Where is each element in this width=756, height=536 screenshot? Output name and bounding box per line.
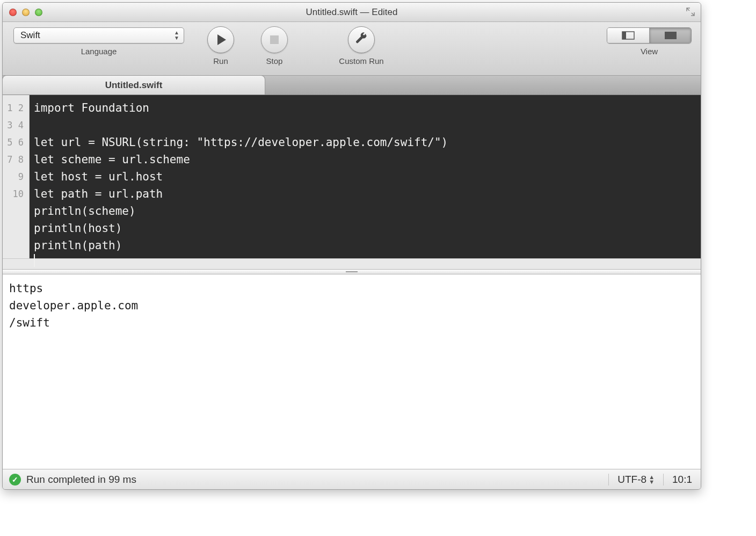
play-icon bbox=[217, 34, 226, 45]
wrench-icon bbox=[354, 32, 368, 48]
stop-group: Stop bbox=[246, 26, 302, 66]
tab-label: Untitled.swift bbox=[105, 80, 163, 91]
encoding-selector[interactable]: UTF-8 ▲▼ bbox=[608, 474, 663, 486]
success-icon: ✓ bbox=[9, 474, 21, 486]
editor: 1 2 3 4 5 6 7 8 9 10 import Foundation l… bbox=[3, 95, 701, 258]
run-label: Run bbox=[213, 56, 228, 66]
custom-run-button[interactable] bbox=[348, 26, 375, 53]
language-value: Swift bbox=[20, 30, 40, 41]
code-text: import Foundation let url = NSURL(string… bbox=[34, 102, 448, 252]
run-button[interactable] bbox=[207, 26, 234, 53]
output-panel[interactable]: https developer.apple.com /swift bbox=[3, 274, 701, 469]
language-label: Language bbox=[81, 47, 117, 56]
editor-padding bbox=[3, 258, 701, 269]
view-single-button[interactable] bbox=[649, 28, 691, 43]
grip-icon bbox=[346, 271, 358, 272]
stop-label: Stop bbox=[266, 56, 283, 66]
close-window-button[interactable] bbox=[9, 9, 17, 16]
text-cursor bbox=[34, 254, 35, 267]
line-number-gutter: 1 2 3 4 5 6 7 8 9 10 bbox=[3, 95, 30, 258]
minimize-window-button[interactable] bbox=[22, 9, 30, 16]
split-handle[interactable] bbox=[3, 269, 701, 274]
custom-run-group: Custom Run bbox=[302, 26, 420, 66]
window-controls bbox=[3, 9, 42, 16]
toolbar: Swift ▲▼ Language Run Stop Custom Run bbox=[3, 22, 701, 76]
window-title: Untitled.swift — Edited bbox=[3, 7, 701, 18]
dropdown-arrows-icon: ▲▼ bbox=[649, 475, 655, 484]
cursor-value: 10:1 bbox=[672, 474, 692, 486]
tab-untitled[interactable]: Untitled.swift bbox=[2, 75, 265, 95]
zoom-window-button[interactable] bbox=[35, 9, 42, 16]
svg-rect-2 bbox=[665, 32, 677, 39]
view-split-button[interactable] bbox=[607, 28, 649, 43]
view-label: View bbox=[641, 47, 658, 56]
encoding-value: UTF-8 bbox=[617, 474, 646, 486]
view-segmented bbox=[607, 27, 692, 44]
fullscreen-icon[interactable] bbox=[686, 7, 695, 17]
language-group: Swift ▲▼ Language bbox=[3, 26, 195, 56]
stop-icon bbox=[270, 35, 279, 44]
custom-run-label: Custom Run bbox=[339, 56, 383, 66]
dropdown-arrows-icon: ▲▼ bbox=[174, 30, 179, 41]
tabbar: Untitled.swift bbox=[3, 76, 701, 95]
cursor-position[interactable]: 10:1 bbox=[663, 474, 701, 486]
code-area[interactable]: import Foundation let url = NSURL(string… bbox=[30, 95, 701, 258]
titlebar: Untitled.swift — Edited bbox=[3, 3, 701, 22]
app-window: Untitled.swift — Edited Swift ▲▼ Languag… bbox=[2, 2, 701, 490]
view-group: View bbox=[601, 26, 701, 56]
svg-rect-1 bbox=[622, 32, 626, 39]
status-message: Run completed in 99 ms bbox=[26, 474, 136, 486]
statusbar: ✓ Run completed in 99 ms UTF-8 ▲▼ 10:1 bbox=[3, 469, 701, 489]
language-dropdown[interactable]: Swift ▲▼ bbox=[13, 27, 184, 44]
run-group: Run bbox=[195, 26, 246, 66]
stop-button[interactable] bbox=[261, 26, 288, 53]
